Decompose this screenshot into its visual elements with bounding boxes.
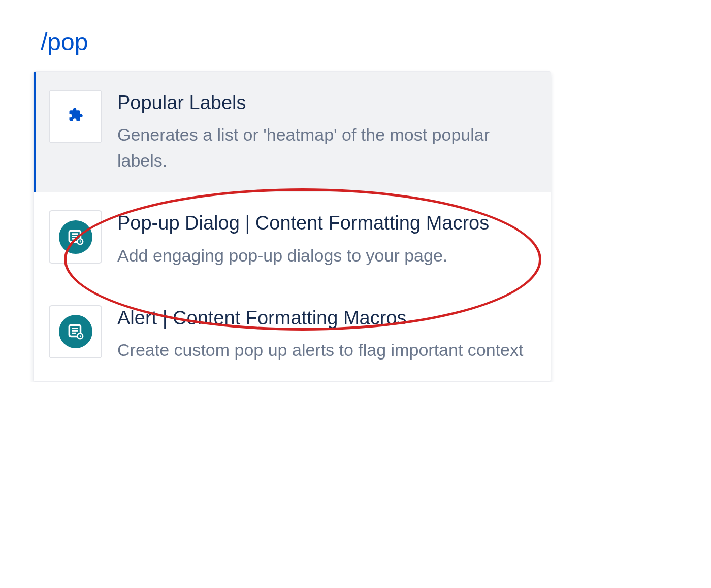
menu-item-description: Create custom pop up alerts to flag impo…	[117, 337, 532, 363]
menu-item-description: Add engaging pop-up dialogs to your page…	[117, 243, 532, 269]
macro-icon-container	[49, 210, 102, 264]
menu-item-text: Popular Labels Generates a list or 'heat…	[117, 90, 532, 174]
menu-item-popup-dialog[interactable]: Pop-up Dialog | Content Formatting Macro…	[34, 192, 551, 286]
macro-icon-container	[49, 90, 102, 143]
menu-item-title: Pop-up Dialog | Content Formatting Macro…	[117, 210, 532, 236]
menu-item-description: Generates a list or 'heatmap' of the mos…	[117, 122, 532, 174]
menu-item-alert[interactable]: Alert | Content Formatting Macros Create…	[34, 287, 551, 381]
menu-item-title: Alert | Content Formatting Macros	[117, 305, 532, 331]
slash-command-input[interactable]: /pop	[33, 28, 711, 56]
macro-suggestions-dropdown: Popular Labels Generates a list or 'heat…	[33, 71, 551, 382]
content-macro-icon	[59, 220, 92, 254]
menu-item-popular-labels[interactable]: Popular Labels Generates a list or 'heat…	[34, 72, 551, 192]
menu-item-title: Popular Labels	[117, 90, 532, 116]
puzzle-piece-icon	[68, 107, 83, 126]
menu-item-text: Alert | Content Formatting Macros Create…	[117, 305, 532, 363]
menu-item-text: Pop-up Dialog | Content Formatting Macro…	[117, 210, 532, 268]
macro-icon-container	[49, 305, 102, 358]
content-macro-icon	[59, 315, 92, 348]
